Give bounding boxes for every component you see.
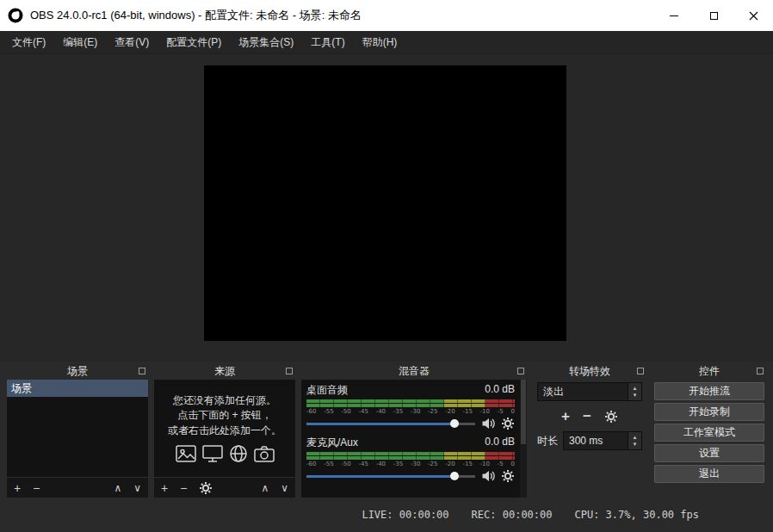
minimize-icon <box>670 15 678 16</box>
transition-selected-value: 淡出 <box>538 385 628 399</box>
dock-float-icon[interactable] <box>139 368 145 374</box>
menu-file[interactable]: 文件(F) <box>3 31 54 53</box>
transition-actions: + − <box>537 408 642 425</box>
exit-button[interactable]: 退出 <box>654 465 764 483</box>
scenes-dock-header: 场景 <box>7 363 148 380</box>
menu-profile[interactable]: 配置文件(P) <box>158 31 230 53</box>
slider-fill <box>306 475 455 478</box>
close-button[interactable] <box>733 0 773 31</box>
menu-tools[interactable]: 工具(T) <box>302 31 353 53</box>
mixer-scrollbar-thumb[interactable] <box>521 380 526 444</box>
transitions-dock-title: 转场特效 <box>569 364 610 379</box>
volume-slider[interactable] <box>306 468 475 484</box>
camera-source-icon <box>253 444 275 463</box>
duration-spinbox[interactable]: 300 ms ▲ ▼ <box>563 431 642 450</box>
meter-tick-labels: -60-55-50-45-40-35-30-25-20-15-10-50 <box>306 461 515 467</box>
gear-icon[interactable] <box>501 417 515 430</box>
rec-time: REC: 00:00:00 <box>472 509 553 521</box>
start-recording-button[interactable]: 开始录制 <box>654 403 764 421</box>
transitions-dock: 转场特效 淡出 ▲ ▼ + − 时长 300 ms ▲ <box>533 363 646 498</box>
menu-edit[interactable]: 编辑(E) <box>54 31 106 53</box>
mixer-dock: 混音器 桌面音频 0.0 dB <box>301 363 527 498</box>
controls-body: 开始推流 开始录制 工作室模式 设置 退出 <box>652 380 766 498</box>
menu-view[interactable]: 查看(V) <box>106 31 158 53</box>
studio-mode-button[interactable]: 工作室模式 <box>654 424 764 442</box>
move-scene-down-icon[interactable]: ∨ <box>133 483 141 493</box>
program-canvas <box>204 65 566 341</box>
channel-name: 麦克风/Aux <box>306 436 358 450</box>
combo-arrows-icon[interactable]: ▲ ▼ <box>628 383 641 400</box>
gear-icon[interactable] <box>501 469 515 483</box>
source-properties-gear-icon[interactable] <box>199 481 213 495</box>
slider-fill <box>306 423 455 425</box>
sources-empty-line: 或者右击此处添加一个。 <box>168 424 281 438</box>
meter-bar-right <box>306 404 515 407</box>
sources-dock: 来源 您还没有添加任何源。 点击下面的 + 按钮， 或者右击此处添加一个。 <box>154 363 295 498</box>
meter-bar-right <box>306 456 515 460</box>
mixer-scrollbar[interactable] <box>520 380 527 498</box>
remove-transition-icon[interactable]: − <box>583 408 591 425</box>
maximize-icon <box>710 12 718 20</box>
maximize-button[interactable] <box>694 0 733 31</box>
add-source-icon[interactable]: + <box>161 482 168 494</box>
move-scene-up-icon[interactable]: ∧ <box>114 483 121 493</box>
meter-tick-labels: -60-55-50-45-40-35-30-25-20-15-10-50 <box>306 408 515 415</box>
preview-area <box>0 54 773 362</box>
volume-slider[interactable] <box>306 416 475 431</box>
minimize-button[interactable] <box>654 0 694 31</box>
slider-handle[interactable] <box>450 419 459 428</box>
display-source-icon <box>201 444 224 463</box>
sources-dock-header: 来源 <box>154 363 295 380</box>
transition-select[interactable]: 淡出 ▲ ▼ <box>537 382 642 401</box>
browser-source-icon <box>228 444 249 463</box>
mixer-dock-header: 混音器 <box>301 363 527 380</box>
controls-dock: 控件 开始推流 开始录制 工作室模式 设置 退出 <box>652 363 766 498</box>
transition-duration-row: 时长 300 ms ▲ ▼ <box>537 431 642 450</box>
dock-float-icon[interactable] <box>517 368 524 374</box>
controls-dock-title: 控件 <box>699 364 720 379</box>
channel-level-db: 0.0 dB <box>485 383 515 398</box>
move-source-down-icon[interactable]: ∨ <box>281 483 288 493</box>
sources-empty-line: 点击下面的 + 按钮， <box>177 408 272 423</box>
live-time: LIVE: 00:00:00 <box>362 509 448 521</box>
mixer-channel-desktop-audio: 桌面音频 0.0 dB -60-55-50-45-40-35-30-25-20-… <box>303 381 518 434</box>
scenes-dock-title: 场景 <box>67 364 88 379</box>
obs-logo <box>8 8 23 23</box>
volume-meter <box>306 399 515 407</box>
menubar: 文件(F) 编辑(E) 查看(V) 配置文件(P) 场景集合(S) 工具(T) … <box>0 31 773 54</box>
duration-value: 300 ms <box>564 435 628 447</box>
controls-dock-header: 控件 <box>652 363 766 380</box>
mixer-body: 桌面音频 0.0 dB -60-55-50-45-40-35-30-25-20-… <box>301 380 527 498</box>
statusbar: LIVE: 00:00:00 REC: 00:00:00 CPU: 3.7%, … <box>0 498 773 532</box>
settings-button[interactable]: 设置 <box>654 444 764 462</box>
transition-properties-gear-icon[interactable] <box>604 410 618 424</box>
speaker-icon[interactable] <box>481 417 495 430</box>
menu-help[interactable]: 帮助(H) <box>354 31 406 53</box>
image-source-icon <box>175 444 197 463</box>
start-streaming-button[interactable]: 开始推流 <box>654 382 764 400</box>
dock-float-icon[interactable] <box>286 368 293 374</box>
dock-float-icon[interactable] <box>757 368 764 374</box>
move-source-up-icon[interactable]: ∧ <box>261 483 269 493</box>
spinbox-arrows-icon[interactable]: ▲ ▼ <box>628 432 641 449</box>
remove-scene-icon[interactable]: − <box>33 482 40 494</box>
menu-scene-collection[interactable]: 场景集合(S) <box>230 31 302 53</box>
sources-empty-icons <box>175 444 275 463</box>
channel-name: 桌面音频 <box>306 383 348 398</box>
close-icon <box>749 11 758 21</box>
dock-float-icon[interactable] <box>637 368 644 374</box>
scenes-list: 场景 <box>7 380 148 477</box>
meter-bar-left <box>306 399 515 403</box>
window-title: OBS 24.0.0-rc1 (64-bit, windows) - 配置文件:… <box>30 8 362 23</box>
scenes-toolbar: + − ∧ ∨ <box>7 477 148 498</box>
add-scene-icon[interactable]: + <box>14 482 21 494</box>
remove-source-icon[interactable]: − <box>180 482 187 494</box>
volume-meter <box>306 452 515 460</box>
slider-handle[interactable] <box>450 472 459 480</box>
channel-level-db: 0.0 dB <box>485 436 515 450</box>
add-transition-icon[interactable]: + <box>561 408 570 425</box>
speaker-icon[interactable] <box>481 469 495 483</box>
scene-list-item[interactable]: 场景 <box>7 380 148 397</box>
window-controls <box>654 0 773 31</box>
cpu-fps-stats: CPU: 3.7%, 30.00 fps <box>575 509 700 521</box>
